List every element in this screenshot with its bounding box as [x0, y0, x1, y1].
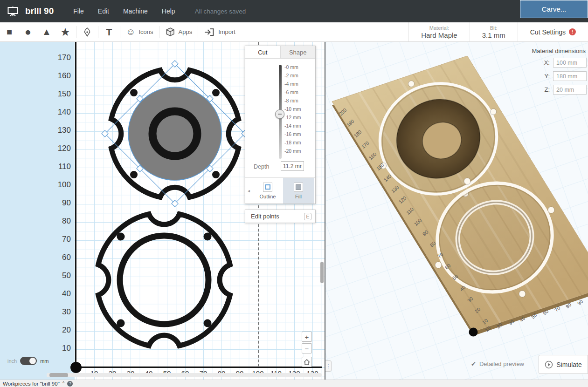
zoom-in-button[interactable]: +	[302, 332, 312, 342]
import-button[interactable]: Import	[200, 22, 240, 41]
depth-tick-label: -6 mm	[284, 88, 298, 96]
toolbar-separator	[98, 26, 98, 38]
depth-tick-label: -20 mm	[284, 147, 301, 155]
outline-option-icon	[263, 183, 272, 192]
warning-badge-icon: !	[569, 28, 576, 35]
toolbar-separator	[120, 26, 120, 38]
pen-icon	[82, 27, 92, 37]
cut-settings-button[interactable]: Cut Settings !	[518, 22, 588, 41]
depth-tick-label: -2 mm	[284, 71, 298, 80]
preview-origin-dot	[469, 328, 478, 337]
horizontal-scrollbar[interactable]	[47, 373, 322, 377]
apps-label: Apps	[179, 28, 193, 35]
pane-divider[interactable]	[325, 42, 325, 380]
project-title[interactable]: brill 90	[25, 6, 54, 16]
material-dim-row: Y:	[532, 71, 587, 81]
speaker-shape-top-selected[interactable]	[102, 61, 248, 207]
material-label: Material:	[429, 25, 449, 31]
depth-tick-label: -8 mm	[284, 96, 298, 105]
cut-settings-label: Cut Settings	[530, 28, 566, 36]
help-icon[interactable]: ?	[67, 381, 73, 387]
mm-label[interactable]: mm	[40, 358, 48, 364]
dim-axis-label: Y:	[544, 73, 550, 80]
bit-selector[interactable]: Bit: 3.1 mm	[470, 22, 518, 41]
depth-input[interactable]	[281, 161, 304, 171]
text-tool-button[interactable]: T	[100, 22, 118, 41]
workpieces-bar: Workpieces for "brill 90" ^ ?	[0, 380, 588, 387]
zoom-home-button[interactable]	[302, 357, 312, 367]
play-icon	[545, 360, 553, 369]
collapse-icon[interactable]: ^	[62, 381, 65, 386]
menu-file[interactable]: File	[73, 7, 84, 15]
material-selector[interactable]: Material: Hard Maple	[408, 22, 470, 41]
star-tool-button[interactable]: ★	[56, 22, 75, 41]
unit-toggle: inch mm	[7, 357, 49, 365]
workpieces-label[interactable]: Workpieces for "brill 90"	[3, 381, 60, 387]
dim-input[interactable]	[553, 58, 587, 68]
material-dim-row: X:	[532, 58, 587, 68]
top-bar: brill 90 FileEditMachineHelp All changes…	[0, 0, 588, 22]
shape-toolbar: ■ ● ▲ ★ T ☺ Icons Apps	[0, 22, 588, 42]
star-icon: ★	[60, 26, 70, 39]
horizontal-scroll-thumb[interactable]	[49, 373, 68, 377]
icons-label: Icons	[138, 28, 153, 35]
dim-axis-label: Z:	[544, 86, 550, 93]
smiley-icon: ☺	[126, 27, 135, 37]
fill-option-icon	[294, 183, 303, 192]
depth-tick-label: -14 mm	[284, 122, 301, 130]
edit-points-button[interactable]: Edit points E	[245, 210, 316, 223]
easel-logo-icon[interactable]	[0, 5, 25, 18]
tab-cut[interactable]: Cut	[245, 46, 281, 58]
circle-tool-button[interactable]: ●	[19, 22, 37, 41]
carve-button[interactable]: Carve...	[520, 0, 588, 18]
scroll-left-icon[interactable]: ◂	[245, 178, 252, 204]
vertical-scrollbar[interactable]	[320, 42, 324, 380]
depth-tick-label: -16 mm	[284, 130, 301, 138]
design-canvas-pane[interactable]: 1801701601501401301201101009080706050403…	[0, 42, 325, 380]
simulate-label: Simulate	[556, 361, 581, 368]
preview-pane[interactable]: 2001901801701601501401301201101009080706…	[325, 42, 588, 380]
unit-switch[interactable]	[20, 357, 37, 365]
square-tool-button[interactable]: ■	[0, 22, 19, 41]
square-icon: ■	[7, 27, 12, 37]
depth-slider-handle[interactable]	[275, 109, 284, 119]
bit-value: 3.1 mm	[482, 31, 505, 39]
dim-input[interactable]	[553, 71, 587, 81]
cut-panel: Cut Shape -0 mm-2 mm-4 mm-6 mm-8 mm-10 m…	[245, 46, 316, 204]
dim-input[interactable]	[553, 85, 587, 95]
pen-tool-button[interactable]	[78, 22, 97, 41]
apps-cube-icon	[165, 27, 175, 37]
menu-bar: FileEditMachineHelp	[73, 7, 175, 15]
simulate-button[interactable]: Simulate	[539, 355, 588, 374]
zoom-out-button[interactable]: −	[302, 343, 312, 353]
speaker-shape-bottom[interactable]	[98, 214, 230, 346]
apps-button[interactable]: Apps	[161, 22, 197, 41]
material-dim-row: Z:	[532, 85, 587, 95]
import-label: Import	[218, 28, 235, 35]
easel-app: brill 90 FileEditMachineHelp All changes…	[0, 0, 588, 387]
depth-slider-labels: -0 mm-2 mm-4 mm-6 mm-8 mm-10 mm-12 mm-14…	[284, 46, 314, 172]
depth-label: Depth	[254, 163, 269, 170]
bit-label: Bit:	[490, 25, 498, 31]
icons-library-button[interactable]: ☺ Icons	[122, 22, 158, 41]
cut-type-section: ◂ Outline Fill	[245, 177, 315, 204]
depth-tick-label: -0 mm	[284, 63, 298, 71]
switch-knob	[29, 358, 36, 364]
vertical-scroll-thumb[interactable]	[320, 262, 324, 283]
triangle-icon: ▲	[42, 27, 51, 37]
triangle-tool-button[interactable]: ▲	[37, 22, 56, 41]
inch-label[interactable]: inch	[7, 358, 17, 364]
cut-type-outline[interactable]: Outline	[252, 178, 283, 204]
depth-tick-label: -18 mm	[284, 138, 301, 147]
depth-tick-label: -10 mm	[284, 105, 301, 113]
menu-edit[interactable]: Edit	[98, 7, 109, 15]
menu-help[interactable]: Help	[162, 7, 175, 15]
divider-drag-handle[interactable]: ⋮	[325, 360, 332, 372]
home-icon	[304, 359, 310, 365]
depth-tick-label: -4 mm	[284, 80, 298, 88]
circle-icon: ●	[25, 26, 31, 38]
selected-fill-circle[interactable]	[128, 87, 221, 180]
cut-type-fill[interactable]: Fill	[283, 178, 314, 204]
detailed-preview-toggle[interactable]: ✔ Detailed preview	[471, 360, 524, 367]
menu-machine[interactable]: Machine	[123, 7, 148, 15]
